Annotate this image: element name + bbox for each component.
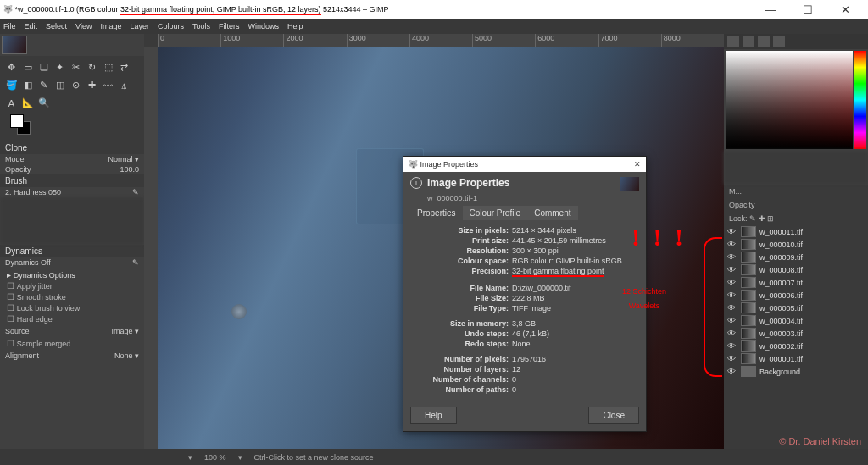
mode-dropdown[interactable]: Normal ▾	[108, 155, 139, 163]
alignment-dropdown[interactable]: None ▾	[114, 352, 139, 360]
dock-tabs	[724, 34, 868, 49]
image-thumb[interactable]	[2, 36, 27, 54]
rect-select-tool[interactable]: ▭	[19, 59, 36, 75]
zoom-level[interactable]: 100 %	[204, 453, 226, 462]
layer-row[interactable]: 👁w_000009.tif	[724, 251, 868, 263]
visibility-icon[interactable]: 👁	[727, 316, 737, 325]
rotate-tool[interactable]: ↻	[84, 59, 100, 75]
minimize-button[interactable]: —	[758, 3, 783, 16]
path-tool[interactable]: ⍋	[116, 77, 132, 93]
menu-view[interactable]: View	[75, 22, 92, 30]
layer-panel: M... Opacity Lock: ✎ ✚ ⊞ 👁w_000011.tif👁w…	[724, 185, 868, 449]
layer-row[interactable]: 👁w_000006.tif	[724, 289, 868, 302]
lock-brush[interactable]: ☐ Lock brush to view	[0, 302, 144, 313]
visibility-icon[interactable]: 👁	[727, 303, 737, 313]
visibility-icon[interactable]: 👁	[727, 354, 737, 363]
layer-mode[interactable]: M...	[729, 187, 742, 196]
smudge-tool[interactable]: 〰	[100, 77, 116, 93]
dock-tab[interactable]	[727, 36, 739, 47]
close-button[interactable]: Close	[588, 407, 639, 424]
eraser-tool[interactable]: ◫	[52, 77, 68, 93]
flip-tool[interactable]: ⇄	[116, 59, 132, 75]
layer-thumb	[741, 277, 756, 288]
lasso-tool[interactable]: ❏	[36, 59, 52, 75]
text-tool[interactable]: A	[3, 95, 19, 111]
main-menubar: File Edit Select View Image Layer Colour…	[0, 19, 868, 34]
visibility-icon[interactable]: 👁	[727, 367, 737, 376]
help-button[interactable]: Help	[410, 407, 457, 424]
visibility-icon[interactable]: 👁	[727, 240, 737, 249]
bucket-tool[interactable]: 🪣	[3, 77, 19, 93]
gradient-tool[interactable]: ◧	[19, 77, 36, 93]
layer-row[interactable]: 👁w_000002.tif	[724, 340, 868, 352]
brush-name[interactable]: 2. Hardness 050	[5, 188, 61, 197]
property-row: Number of channels:0	[410, 374, 639, 385]
layer-name: w_000005.tif	[760, 304, 803, 313]
layer-row[interactable]: 👁w_000010.tif	[724, 238, 868, 251]
pencil-tool[interactable]: ✎	[36, 77, 52, 93]
dialog-close-icon[interactable]: ✕	[634, 160, 641, 169]
close-button[interactable]: ✕	[832, 3, 858, 16]
dock-tab[interactable]	[758, 36, 770, 47]
menu-help[interactable]: Help	[287, 22, 303, 30]
visibility-icon[interactable]: 👁	[727, 227, 737, 236]
zoom-tool[interactable]: 🔍	[36, 95, 52, 111]
dock-tab[interactable]	[743, 36, 754, 47]
measure-tool[interactable]: 📐	[19, 95, 36, 111]
dynamics-edit-icon[interactable]: ✎	[132, 258, 139, 267]
property-row: Redo steps:None	[410, 339, 639, 349]
menu-select[interactable]: Select	[46, 22, 67, 30]
tab-comment[interactable]: Comment	[527, 206, 577, 220]
opacity-value[interactable]: 100.0	[120, 165, 139, 174]
visibility-icon[interactable]: 👁	[727, 291, 737, 300]
layer-row[interactable]: 👁w_000001.tif	[724, 352, 868, 365]
zoom-dropdown-icon[interactable]: ▾	[238, 453, 242, 462]
visibility-icon[interactable]: 👁	[727, 329, 737, 338]
layer-row[interactable]: 👁w_000011.tif	[724, 225, 868, 238]
menu-layer[interactable]: Layer	[130, 22, 149, 30]
layer-row[interactable]: 👁w_000008.tif	[724, 263, 868, 276]
brush-edit-icon[interactable]: ✎	[132, 188, 139, 197]
menu-file[interactable]: File	[3, 22, 16, 30]
visibility-icon[interactable]: 👁	[727, 278, 737, 287]
menu-edit[interactable]: Edit	[25, 22, 38, 30]
layer-row[interactable]: 👁w_000004.tif	[724, 314, 868, 327]
color-picker[interactable]	[724, 49, 868, 151]
sample-merged[interactable]: ☐ Sample merged	[0, 338, 144, 349]
tab-properties[interactable]: Properties	[410, 206, 463, 220]
visibility-icon[interactable]: 👁	[727, 252, 737, 262]
apply-jitter[interactable]: ☐ Apply jitter	[0, 280, 144, 291]
wand-tool[interactable]: ✦	[52, 59, 68, 75]
hard-edge[interactable]: ☐ Hard edge	[0, 313, 144, 324]
dock-tab[interactable]	[773, 36, 785, 47]
layer-thumb	[741, 264, 756, 275]
visibility-icon[interactable]: 👁	[727, 265, 737, 274]
unit-dropdown[interactable]: ▾	[188, 453, 192, 462]
source-dropdown[interactable]: Image ▾	[111, 327, 139, 335]
menu-windows[interactable]: Windows	[248, 22, 279, 30]
tab-colour-profile[interactable]: Colour Profile	[463, 206, 528, 220]
layer-row[interactable]: 👁w_000003.tif	[724, 327, 868, 340]
property-row: Undo steps:46 (7,1 kB)	[410, 329, 639, 339]
heal-tool[interactable]: ✚	[84, 77, 100, 93]
dynamics-name[interactable]: Dynamics Off	[5, 258, 51, 267]
scale-tool[interactable]: ⬚	[100, 59, 116, 75]
color-swatch[interactable]	[7, 114, 32, 135]
layer-opacity: Opacity	[729, 201, 755, 209]
dialog-heading: Image Properties	[427, 177, 509, 189]
visibility-icon[interactable]: 👁	[727, 341, 737, 351]
layer-row[interactable]: 👁Background	[724, 365, 868, 378]
property-row: Print size:441,45 × 291,59 millimetres	[410, 235, 639, 246]
smooth-stroke[interactable]: ☐ Smooth stroke	[0, 291, 144, 302]
crop-tool[interactable]: ✂	[68, 59, 84, 75]
menu-colours[interactable]: Colours	[158, 22, 184, 30]
maximize-button[interactable]: ☐	[795, 3, 821, 16]
menu-filters[interactable]: Filters	[219, 22, 240, 30]
menu-tools[interactable]: Tools	[192, 22, 210, 30]
move-tool[interactable]: ✥	[3, 59, 19, 75]
dynamics-options[interactable]: ▸ Dynamics Options	[0, 269, 144, 280]
menu-image[interactable]: Image	[100, 22, 121, 30]
clone-tool[interactable]: ⊙	[68, 77, 84, 93]
layer-row[interactable]: 👁w_000007.tif	[724, 276, 868, 289]
layer-row[interactable]: 👁w_000005.tif	[724, 302, 868, 314]
